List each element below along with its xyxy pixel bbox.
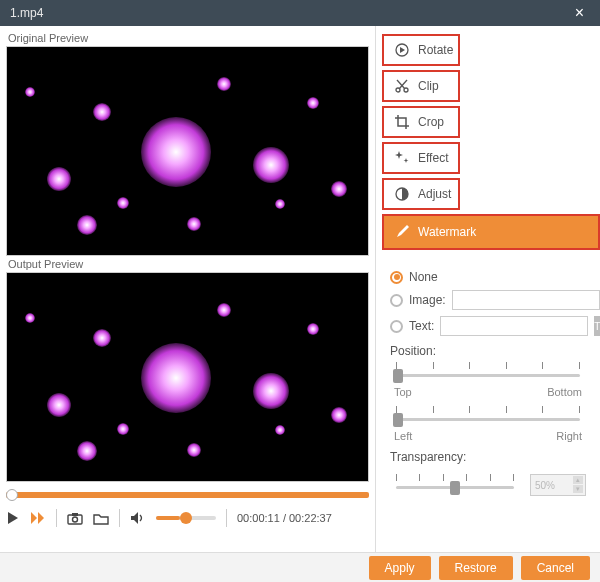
spinner-down-icon[interactable]: ▾ (573, 485, 583, 493)
volume-icon[interactable] (130, 511, 146, 525)
svg-marker-6 (131, 512, 138, 524)
position-label: Position: (390, 344, 586, 358)
radio-none-label: None (409, 270, 438, 284)
effect-button[interactable]: Effect (382, 142, 460, 174)
watermark-panel: None Image: Text: T Position: (376, 254, 600, 496)
radio-text-label: Text: (409, 319, 434, 333)
watermark-none-row[interactable]: None (390, 270, 586, 284)
separator (226, 509, 227, 527)
output-preview-video (6, 272, 369, 482)
window-title: 1.mp4 (10, 6, 569, 20)
svg-point-4 (73, 517, 78, 522)
snapshot-icon[interactable] (67, 512, 83, 525)
svg-marker-13 (395, 151, 403, 159)
svg-marker-0 (8, 512, 18, 524)
position-horizontal-slider[interactable] (390, 406, 586, 428)
transparency-knob[interactable] (450, 481, 460, 495)
pos-bottom-label: Bottom (547, 386, 582, 398)
pos-left-label: Left (394, 430, 412, 442)
rotate-label: Rotate (418, 43, 453, 57)
transparency-value: 50% (535, 480, 555, 491)
scissors-icon (394, 78, 410, 94)
progress-bar[interactable] (6, 492, 369, 498)
crop-button[interactable]: Crop (382, 106, 460, 138)
position-horizontal-knob[interactable] (393, 413, 403, 427)
cancel-button[interactable]: Cancel (521, 556, 590, 580)
left-column: Original Preview Output Preview (0, 26, 375, 552)
text-input[interactable] (440, 316, 588, 336)
svg-marker-1 (31, 512, 37, 524)
spinner-up-icon[interactable]: ▴ (573, 476, 583, 484)
output-preview-label: Output Preview (8, 258, 369, 270)
pos-top-label: Top (394, 386, 412, 398)
image-path-input[interactable] (452, 290, 600, 310)
svg-marker-8 (400, 47, 405, 53)
separator (56, 509, 57, 527)
radio-image[interactable] (390, 294, 403, 307)
original-preview-video (6, 46, 369, 256)
radio-text[interactable] (390, 320, 403, 333)
transparency-spinner[interactable]: 50% ▴ ▾ (530, 474, 586, 496)
transparency-label: Transparency: (390, 450, 586, 464)
rotate-icon (394, 42, 410, 58)
play-icon[interactable] (6, 511, 20, 525)
clip-button[interactable]: Clip (382, 70, 460, 102)
playback-controls: 00:00:11 / 00:22:37 (6, 504, 369, 532)
watermark-text-row[interactable]: Text: T (390, 316, 586, 336)
original-preview-label: Original Preview (8, 32, 369, 44)
current-time: 00:00:11 (237, 512, 280, 524)
radio-image-label: Image: (409, 293, 446, 307)
restore-button[interactable]: Restore (439, 556, 513, 580)
clip-label: Clip (418, 79, 439, 93)
crop-icon (394, 114, 410, 130)
contrast-icon (394, 186, 410, 202)
adjust-button[interactable]: Adjust (382, 178, 460, 210)
folder-icon[interactable] (93, 512, 109, 525)
adjust-label: Adjust (418, 187, 451, 201)
radio-none[interactable] (390, 271, 403, 284)
apply-button[interactable]: Apply (369, 556, 431, 580)
titlebar: 1.mp4 × (0, 0, 600, 26)
font-button[interactable]: T (594, 316, 600, 336)
crop-label: Crop (418, 115, 444, 129)
transparency-slider[interactable] (390, 474, 520, 496)
playback-time: 00:00:11 / 00:22:37 (237, 512, 332, 524)
fast-forward-icon[interactable] (30, 511, 46, 525)
watermark-label: Watermark (418, 225, 476, 239)
position-vertical-slider[interactable] (390, 362, 586, 384)
svg-marker-14 (404, 158, 409, 163)
svg-marker-2 (38, 512, 44, 524)
effect-label: Effect (418, 151, 448, 165)
volume-knob[interactable] (180, 512, 192, 524)
volume-slider[interactable] (156, 516, 216, 520)
sparkle-icon (394, 150, 410, 166)
close-icon[interactable]: × (569, 4, 590, 22)
position-vertical-knob[interactable] (393, 369, 403, 383)
total-time: 00:22:37 (289, 512, 332, 524)
watermark-image-row[interactable]: Image: (390, 290, 586, 310)
separator (119, 509, 120, 527)
svg-rect-5 (72, 513, 78, 516)
pos-right-label: Right (556, 430, 582, 442)
brush-icon (394, 224, 410, 240)
right-panel: Rotate Clip Crop Effect Adjust Watermark… (375, 26, 600, 552)
footer: Apply Restore Cancel (0, 552, 600, 582)
main-area: Original Preview Output Preview (0, 26, 600, 552)
rotate-button[interactable]: Rotate (382, 34, 460, 66)
progress-knob[interactable] (6, 489, 18, 501)
watermark-button[interactable]: Watermark (382, 214, 600, 250)
